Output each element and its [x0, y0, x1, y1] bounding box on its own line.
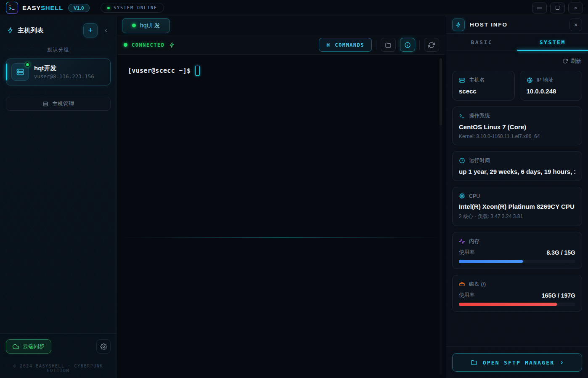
panel-body: 刷新 主机名 scecc: [446, 51, 588, 346]
close-panel-button[interactable]: ×: [569, 19, 582, 31]
ip-label: IP 地址: [537, 77, 554, 84]
online-dot: [25, 62, 30, 67]
system-status-label: SYSTEM ONLINE: [114, 5, 157, 10]
app-logo-icon: [6, 2, 18, 14]
minimize-button[interactable]: [532, 3, 547, 13]
uptime-label: 运行时间: [469, 157, 490, 164]
copyright-text: © 2024 EASYSHELL · CYBERPUNK EDITION: [6, 364, 111, 373]
main-area: hqt开发 CONNECTED ⌘ COMMANDS: [117, 16, 446, 378]
terminal-view[interactable]: [vuser@scecc ~]$: [117, 55, 446, 378]
bolt-icon: [169, 42, 175, 48]
ip-card: IP 地址 10.0.0.248: [520, 71, 583, 101]
minimize-icon: [537, 8, 542, 8]
cloud-icon: [13, 343, 19, 350]
server-icon: [11, 63, 29, 81]
divider: [419, 40, 420, 50]
brand-primary: EASY: [22, 4, 41, 11]
memory-usage-label: 使用率: [459, 249, 475, 256]
group-label: 默认分组: [48, 46, 69, 53]
add-host-button[interactable]: +: [83, 23, 98, 37]
sidebar: 主机列表 + ‹ 默认分组 hqt开发 vuser@8.136.223.156: [0, 16, 117, 378]
hostname-card: 主机名 scecc: [452, 71, 515, 101]
refresh-link[interactable]: 刷新: [452, 51, 582, 71]
host-list-item[interactable]: hqt开发 vuser@8.136.223.156: [6, 59, 111, 85]
tab-bar: hqt开发: [117, 16, 446, 35]
refresh-icon: [428, 42, 435, 48]
panel-header: HOST INFO ×: [446, 16, 588, 34]
gear-icon: [100, 343, 107, 350]
system-status-badge: SYSTEM ONLINE: [101, 3, 164, 13]
brand-secondary: SHELL: [41, 4, 63, 11]
commands-button[interactable]: ⌘ COMMANDS: [319, 38, 372, 52]
sidebar-footer: 云端同步 © 2024 EASYSHELL · CYBERPUNK EDITIO…: [0, 333, 117, 378]
scrollbar-thumb[interactable]: [440, 58, 442, 125]
reconnect-button[interactable]: [424, 38, 439, 52]
tab-label: hqt开发: [140, 22, 160, 29]
hostname-value: scecc: [459, 88, 508, 95]
maximize-icon: [556, 6, 559, 10]
terminal-prompt: [vuser@scecc ~]$: [128, 67, 191, 75]
panel-tabs: BASIC SYSTEM: [446, 34, 588, 51]
disk-progress-track: [459, 303, 575, 306]
clock-icon: [459, 157, 465, 164]
memory-usage-value: 8.3G / 15G: [547, 249, 575, 256]
divider: [74, 50, 109, 50]
terminal-toolbar: CONNECTED ⌘ COMMANDS: [117, 35, 446, 55]
host-name: hqt开发: [34, 64, 94, 72]
plus-icon: +: [88, 26, 93, 35]
terminal-scrollbar[interactable]: [440, 58, 442, 375]
host-manage-label: 主机管理: [52, 100, 74, 108]
cloud-sync-button[interactable]: 云端同步: [6, 339, 51, 354]
info-icon: [404, 42, 411, 48]
commands-label: COMMANDS: [335, 42, 364, 48]
panel-title: HOST INFO: [470, 21, 508, 28]
host-info-button[interactable]: [400, 38, 415, 52]
bolt-icon: [452, 19, 465, 31]
maximize-button[interactable]: [550, 3, 565, 13]
settings-button[interactable]: [96, 339, 111, 354]
terminal-icon: [459, 113, 465, 119]
chevron-right-icon: ›: [560, 359, 564, 366]
ip-value: 10.0.0.248: [527, 88, 576, 95]
hard-drive-icon: [459, 281, 465, 287]
memory-label: 内存: [469, 238, 479, 245]
collapse-sidebar-button[interactable]: ‹: [101, 26, 111, 35]
hostname-label: 主机名: [469, 77, 485, 84]
sftp-files-button[interactable]: [381, 38, 396, 52]
activity-icon: [459, 238, 465, 245]
close-button[interactable]: ×: [568, 3, 583, 13]
divider: [8, 50, 43, 50]
close-icon: ×: [574, 21, 577, 28]
memory-progress-track: [459, 260, 575, 263]
disk-usage-label: 使用率: [459, 292, 475, 299]
tab-status-dot: [132, 24, 136, 27]
host-texts: hqt开发 vuser@8.136.223.156: [34, 64, 94, 80]
open-sftp-label: OPEN SFTP MANAGER: [483, 359, 554, 366]
open-sftp-button[interactable]: OPEN SFTP MANAGER ›: [452, 353, 582, 372]
folder-icon: [471, 359, 477, 366]
memory-progress-fill: [459, 260, 523, 263]
tab-system[interactable]: SYSTEM: [517, 34, 588, 51]
host-manage-button[interactable]: 主机管理: [6, 97, 111, 111]
scanline-effect: [117, 237, 446, 238]
tab-basic[interactable]: BASIC: [446, 34, 517, 51]
connected-dot: [124, 43, 127, 47]
connected-label: CONNECTED: [132, 42, 165, 48]
titlebar: EASYSHELL V1.0 SYSTEM ONLINE ×: [0, 0, 588, 16]
group-header: 默认分组: [0, 46, 117, 53]
refresh-label: 刷新: [571, 58, 581, 65]
cpu-detail: 2 核心 · 负载: 3.47 3.24 3.81: [459, 213, 575, 220]
host-address: vuser@8.136.223.156: [34, 74, 94, 80]
sidebar-title: 主机列表: [18, 27, 44, 35]
command-icon: ⌘: [326, 42, 331, 48]
server-icon: [42, 101, 48, 107]
uptime-card: 运行时间 up 1 year, 29 weeks, 6 days, 19 hou…: [452, 151, 582, 181]
server-icon: [459, 77, 465, 83]
os-label: 操作系统: [469, 112, 490, 120]
chevron-left-icon: ‹: [105, 26, 107, 34]
cpu-card: CPU Intel(R) Xeon(R) Platinum 8269CY CPU…: [452, 187, 582, 226]
session-tab[interactable]: hqt开发: [122, 18, 170, 33]
cpu-label: CPU: [469, 193, 480, 199]
disk-progress-fill: [459, 303, 557, 306]
cpu-icon: [459, 193, 465, 199]
